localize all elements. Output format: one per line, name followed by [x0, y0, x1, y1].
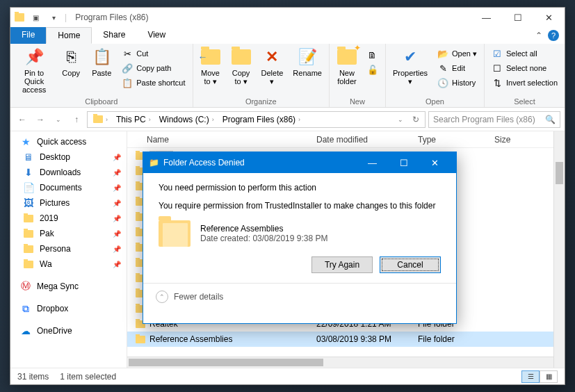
dialog-footer[interactable]: ⌃ Fewer details [143, 283, 456, 310]
sidebar-item-pictures[interactable]: 🖼Pictures📌 [10, 195, 127, 211]
dialog-minimize-button[interactable]: — [357, 152, 388, 173]
history-button[interactable]: 🕓History [435, 76, 480, 90]
crumb-folder[interactable]: Program Files (x86)› [218, 112, 305, 127]
sidebar-item-desktop[interactable]: 🖥Desktop📌 [10, 149, 127, 165]
document-icon: 📄 [23, 182, 34, 193]
select-none-button[interactable]: ☐Select none [489, 61, 560, 75]
paste-button[interactable]: 📋 Paste [87, 45, 116, 79]
folder-icon [136, 336, 145, 343]
invert-icon: ⇅ [492, 77, 503, 88]
breadcrumb[interactable]: › This PC› Windows (C:)› Program Files (… [87, 111, 426, 128]
dialog-title: Folder Access Denied [163, 158, 245, 168]
try-again-button[interactable]: Try Again [311, 256, 373, 273]
ribbon-tabs: File Home Share View ⌃ ? [10, 27, 565, 44]
breadcrumb-dropdown[interactable]: ⌄ [393, 112, 408, 127]
pin-icon: 📌 [113, 261, 124, 268]
help-icon[interactable]: ? [548, 30, 559, 41]
view-large-button[interactable]: ▦ [540, 370, 558, 383]
fewer-details-label: Fewer details [174, 292, 223, 302]
sidebar-item-persona[interactable]: Persona📌 [10, 241, 127, 256]
back-button[interactable]: ← [15, 112, 30, 127]
list-item[interactable]: Reference Assemblies03/08/2019 9:38 PMFi… [127, 332, 565, 347]
sidebar-onedrive[interactable]: ☁OneDrive [10, 323, 127, 338]
copy-button[interactable]: ⎘ Copy [56, 45, 86, 79]
rename-icon: 📝 [297, 47, 318, 67]
easy-access-button[interactable]: 🔓 [364, 63, 381, 76]
column-headers[interactable]: Name Date modified Type Size [127, 131, 565, 148]
folder-icon [23, 228, 34, 239]
minimize-button[interactable]: — [471, 8, 502, 27]
open-button[interactable]: 📂Open ▾ [435, 47, 480, 60]
col-date[interactable]: Date modified [308, 132, 410, 147]
search-input[interactable]: Search Program Files (x86) 🔍 [428, 111, 560, 128]
copy-icon: ⎘ [60, 47, 81, 67]
dialog-close-button[interactable]: ✕ [419, 152, 451, 173]
copy-to-button[interactable]: Copy to ▾ [227, 45, 256, 87]
vertical-scrollbar[interactable] [553, 131, 565, 368]
ribbon: 📌 Pin to Quick access ⎘ Copy 📋 Paste ✂Cu… [10, 44, 565, 108]
move-icon: ← [200, 47, 221, 67]
sidebar-item-documents[interactable]: 📄Documents📌 [10, 180, 127, 195]
col-type[interactable]: Type [410, 132, 486, 147]
qat-newfolder[interactable]: ▾ [47, 10, 60, 24]
edit-button[interactable]: ✎Edit [435, 61, 480, 75]
sidebar-item-wa[interactable]: Wa📌 [10, 256, 127, 272]
pin-quick-access-button[interactable]: 📌 Pin to Quick access [13, 45, 55, 95]
selectnone-icon: ☐ [492, 63, 503, 74]
sidebar-quick-access[interactable]: ★Quick access [10, 134, 127, 149]
tab-share[interactable]: Share [92, 27, 136, 44]
rename-button[interactable]: 📝Rename [289, 45, 326, 79]
tab-view[interactable]: View [136, 27, 177, 44]
crumb-thispc[interactable]: This PC› [112, 112, 155, 127]
scroll-thumb[interactable] [556, 162, 563, 184]
paste-shortcut-button[interactable]: 📋Paste shortcut [119, 76, 188, 90]
group-open-label: Open [389, 96, 481, 107]
mega-icon: Ⓜ [20, 281, 31, 292]
collapse-ribbon-icon[interactable]: ⌃ [535, 31, 542, 40]
sidebar-item-downloads[interactable]: ⬇Downloads📌 [10, 165, 127, 180]
sidebar-item-2019[interactable]: 2019📌 [10, 211, 127, 226]
up-button[interactable]: ↑ [69, 112, 84, 127]
maximize-button[interactable]: ☐ [502, 8, 533, 27]
refresh-button[interactable]: ↻ [408, 112, 423, 127]
picture-icon: 🖼 [23, 197, 34, 209]
recent-button[interactable]: ⌄ [51, 112, 66, 127]
desktop-icon: 🖥 [23, 152, 34, 163]
tab-home[interactable]: Home [46, 27, 92, 44]
delete-button[interactable]: ✕Delete ▾ [257, 45, 288, 87]
horizontal-scrollbar[interactable] [127, 357, 553, 368]
crumb-drive[interactable]: Windows (C:)› [155, 112, 218, 127]
close-button[interactable]: ✕ [533, 8, 565, 27]
dialog-maximize-button[interactable]: ☐ [388, 152, 419, 173]
new-folder-button[interactable]: ✦New folder [332, 45, 362, 87]
sidebar-mega-sync[interactable]: ⓂMega Sync [10, 279, 127, 294]
open-icon: 📂 [437, 48, 448, 59]
edit-icon: ✎ [437, 63, 448, 74]
path-icon: 🔗 [122, 63, 133, 74]
tab-file[interactable]: File [10, 27, 46, 44]
cut-button[interactable]: ✂Cut [119, 47, 188, 60]
sidebar-item-pak[interactable]: Pak📌 [10, 226, 127, 241]
pin-icon: 📌 [24, 47, 44, 67]
new-item-button[interactable]: 🗎 [364, 48, 381, 62]
invert-selection-button[interactable]: ⇅Invert selection [489, 76, 560, 90]
dialog-titlebar: 📁 Folder Access Denied — ☐ ✕ [143, 152, 456, 173]
access-denied-dialog: 📁 Folder Access Denied — ☐ ✕ You need pe… [143, 152, 457, 324]
qat-properties[interactable]: ▣ [29, 10, 42, 24]
view-details-button[interactable]: ☰ [521, 370, 540, 383]
move-to-button[interactable]: ←Move to ▾ [196, 45, 225, 87]
cancel-button[interactable]: Cancel [380, 256, 441, 273]
dialog-folder-icon [159, 220, 191, 247]
forward-button[interactable]: → [33, 112, 48, 127]
status-count: 31 items [17, 372, 49, 382]
group-clipboard-label: Clipboard [13, 96, 190, 107]
delete-icon: ✕ [261, 47, 282, 67]
breadcrumb-root-icon [93, 115, 103, 123]
scroll-thumb[interactable] [129, 359, 323, 366]
col-name[interactable]: Name [127, 132, 308, 147]
select-all-button[interactable]: ☑Select all [489, 47, 560, 60]
titlebar: ▣ ▾ | Program Files (x86) — ☐ ✕ [10, 8, 565, 27]
copy-path-button[interactable]: 🔗Copy path [119, 61, 188, 75]
properties-button[interactable]: ✔Properties ▾ [389, 45, 432, 87]
sidebar-dropbox[interactable]: ⧉Dropbox [10, 301, 127, 316]
